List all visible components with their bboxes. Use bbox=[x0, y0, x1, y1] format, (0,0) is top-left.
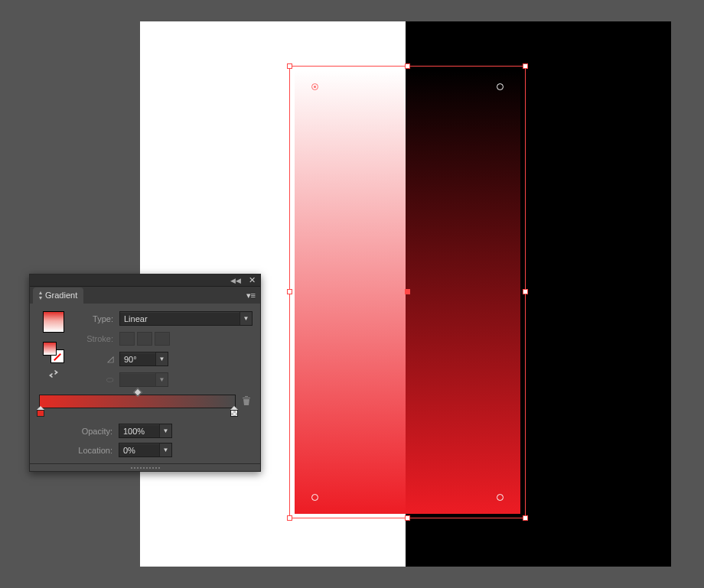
panel-toggle-updown-icon[interactable]: ▴▾ bbox=[39, 290, 42, 300]
stroke-across-button[interactable] bbox=[155, 332, 170, 346]
stroke-label: Stroke: bbox=[79, 334, 113, 343]
type-label: Type: bbox=[79, 314, 113, 323]
location-value: 0% bbox=[123, 446, 135, 455]
angle-row: ◿ 90° ▼ bbox=[79, 352, 253, 366]
type-select[interactable]: Linear ▼ bbox=[119, 311, 253, 326]
stroke-row: Stroke: bbox=[79, 332, 253, 346]
panel-body: Type: Linear ▼ Stroke: ◿ 90° ▼ bbox=[30, 304, 260, 393]
reverse-gradient-button[interactable] bbox=[45, 368, 62, 380]
gradient-stop-start[interactable] bbox=[36, 406, 45, 417]
aspect-ratio-icon: ⬭ bbox=[79, 375, 113, 385]
panel-close-icon[interactable]: ✕ bbox=[249, 275, 256, 285]
fill-stroke-toggle[interactable] bbox=[43, 342, 64, 363]
opacity-label: Opacity: bbox=[70, 427, 112, 436]
chevron-down-icon: ▼ bbox=[155, 352, 168, 365]
resize-grip-icon bbox=[130, 466, 161, 469]
location-row: Location: 0% ▼ bbox=[39, 443, 251, 457]
chevron-down-icon: ▼ bbox=[159, 424, 171, 437]
panel-header: ◀◀ ✕ bbox=[30, 275, 260, 287]
chevron-down-icon: ▼ bbox=[159, 443, 171, 456]
aspect-ratio-input: ▼ bbox=[119, 372, 168, 387]
stroke-within-button[interactable] bbox=[119, 332, 135, 346]
angle-value: 90° bbox=[124, 355, 137, 364]
panel-flyout-menu-icon[interactable]: ▾≡ bbox=[245, 288, 257, 304]
panel-tab-bar: ▴▾ Gradient ▾≡ bbox=[30, 287, 260, 304]
trash-icon[interactable] bbox=[242, 395, 251, 408]
gradient-preview-swatch[interactable] bbox=[43, 311, 64, 333]
type-value: Linear bbox=[124, 314, 148, 323]
location-label: Location: bbox=[70, 446, 112, 455]
gradient-slider-region: Opacity: 100% ▼ Location: 0% ▼ bbox=[30, 393, 260, 457]
chevron-down-icon: ▼ bbox=[155, 373, 168, 386]
stroke-along-button[interactable] bbox=[137, 332, 152, 346]
tab-gradient[interactable]: ▴▾ Gradient bbox=[33, 288, 83, 304]
location-input[interactable]: 0% ▼ bbox=[119, 443, 172, 457]
type-row: Type: Linear ▼ bbox=[79, 311, 253, 326]
opacity-value: 100% bbox=[123, 427, 145, 436]
gradient-stop-end[interactable] bbox=[230, 406, 239, 417]
panel-title: Gradient bbox=[45, 291, 77, 300]
panel-collapse-icon[interactable]: ◀◀ bbox=[230, 277, 241, 284]
angle-icon: ◿ bbox=[79, 354, 113, 364]
chevron-down-icon: ▼ bbox=[240, 312, 252, 325]
panel-left-column bbox=[37, 311, 70, 387]
gradient-slider[interactable] bbox=[39, 395, 236, 408]
aspect-row: ⬭ ▼ bbox=[79, 372, 253, 387]
fill-swatch[interactable] bbox=[43, 342, 57, 356]
opacity-input[interactable]: 100% ▼ bbox=[119, 424, 172, 438]
panel-right-column: Type: Linear ▼ Stroke: ◿ 90° ▼ bbox=[79, 311, 253, 387]
gradient-slider-fill bbox=[40, 395, 235, 408]
opacity-row: Opacity: 100% ▼ bbox=[39, 424, 251, 438]
gradient-panel[interactable]: ◀◀ ✕ ▴▾ Gradient ▾≡ Type: Linear ▼ bbox=[29, 274, 261, 472]
panel-resize-footer[interactable] bbox=[30, 463, 260, 471]
stroke-apply-type-buttons bbox=[119, 332, 170, 346]
angle-input[interactable]: 90° ▼ bbox=[119, 352, 168, 366]
gradient-rectangle-object[interactable] bbox=[295, 70, 520, 514]
